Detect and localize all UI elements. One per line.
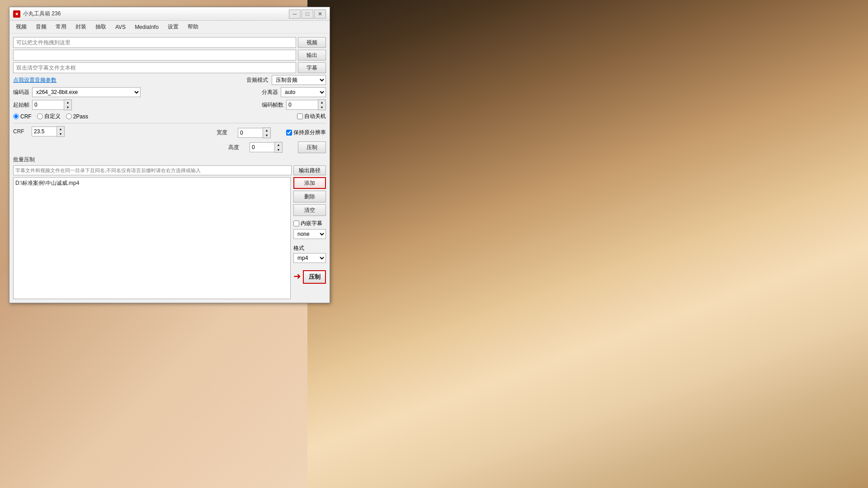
subtitle-input-row: 字幕 (13, 62, 326, 73)
format-section: 格式 mp4 (293, 243, 326, 263)
menu-video[interactable]: 视频 (11, 22, 31, 32)
embed-subtitle-checkbox[interactable]: 内嵌字幕 (293, 220, 326, 227)
output-input-row: 输出 (13, 50, 326, 61)
crf-up[interactable]: ▲ (57, 127, 64, 131)
frame-row: 起始帧 ▲ ▼ 编码帧数 ▲ ▼ (13, 99, 326, 110)
app-window: ★ 小丸工具箱 236 ─ □ ✕ 视频 音频 常用 封装 抽取 AVS Med… (9, 7, 330, 303)
radio-group: CRF 自定义 2Pass (13, 113, 88, 120)
minimize-button[interactable]: ─ (289, 9, 301, 19)
batch-info-row: 输出路径 (13, 165, 326, 175)
batch-bottom: D:\标准案例\中山诚威.mp4 添加 删除 清空 内嵌字幕 none (13, 177, 326, 299)
video-button[interactable]: 视频 (298, 37, 326, 48)
width-up[interactable]: ▲ (263, 128, 270, 133)
clear-button[interactable]: 清空 (293, 204, 326, 216)
height-row: 高度 ▲ ▼ 压制 (13, 141, 326, 153)
radio-custom[interactable]: 自定义 (37, 113, 61, 120)
width-label: 宽度 (217, 129, 232, 136)
video-input-row: 视频 (13, 37, 326, 48)
start-frame-spin: ▲ ▼ (32, 99, 72, 110)
close-button[interactable]: ✕ (314, 9, 326, 19)
encode-frames-spinners: ▲ ▼ (318, 99, 326, 110)
auto-shutdown-checkbox[interactable]: 自动关机 (297, 113, 326, 120)
width-input[interactable] (238, 128, 263, 138)
menu-extract[interactable]: 抽取 (91, 22, 111, 32)
format-row: 格式 (293, 244, 326, 252)
crf-spinners: ▲ ▼ (57, 126, 65, 137)
menu-audio[interactable]: 音频 (31, 22, 51, 32)
height-label: 高度 (228, 144, 244, 151)
file-list[interactable]: D:\标准案例\中山诚威.mp4 (13, 177, 291, 299)
batch-subtitle-info[interactable] (13, 165, 292, 175)
menu-settings[interactable]: 设置 (163, 22, 183, 32)
encode-frames-label: 编码帧数 (262, 101, 283, 109)
menu-mux[interactable]: 封装 (71, 22, 91, 32)
height-spinners: ▲ ▼ (274, 142, 283, 153)
menu-common[interactable]: 常用 (51, 22, 71, 32)
separator-dropdown[interactable]: auto (281, 87, 326, 97)
subtitle-input[interactable] (13, 62, 296, 73)
encode-frames-spin: ▲ ▼ (286, 99, 326, 110)
single-compress-button[interactable]: 压制 (298, 141, 326, 153)
height-input[interactable] (250, 142, 274, 152)
crf-row: CRF ▲ ▼ (13, 126, 65, 137)
encode-frames-down[interactable]: ▼ (318, 105, 326, 110)
encoder-label: 编码器 (13, 89, 29, 96)
menu-help[interactable]: 帮助 (183, 22, 203, 32)
encode-frames-input[interactable] (286, 100, 318, 110)
window-controls: ─ □ ✕ (289, 9, 326, 19)
menu-bar: 视频 音频 常用 封装 抽取 AVS MediaInfo 设置 帮助 (9, 21, 330, 33)
encoder-row: 编码器 x264_32-8bit.exe 分离器 auto (13, 87, 326, 97)
radio-twopass[interactable]: 2Pass (66, 113, 88, 120)
title-bar: ★ 小丸工具箱 236 ─ □ ✕ (9, 7, 330, 21)
audio-settings-row: 点我设置音频参数 音频模式 压制音频 (13, 75, 326, 85)
menu-avs[interactable]: AVS (111, 23, 130, 32)
height-down[interactable]: ▼ (275, 147, 282, 152)
batch-buttons: 添加 删除 清空 内嵌字幕 none (293, 177, 326, 299)
output-input[interactable] (13, 50, 296, 61)
audio-mode-dropdown[interactable]: 压制音频 (272, 75, 326, 85)
menu-mediainfo[interactable]: MediaInfo (130, 23, 163, 32)
width-spin: ▲ ▼ (238, 127, 271, 138)
preserve-ratio-row: 保持原分辨率 (286, 129, 326, 136)
radio-crf[interactable]: CRF (13, 113, 32, 120)
output-button[interactable]: 输出 (298, 50, 326, 61)
subtitle-button[interactable]: 字幕 (298, 62, 326, 73)
height-spin: ▲ ▼ (250, 142, 283, 153)
photo-bg (307, 0, 868, 488)
format-label: 格式 (293, 244, 304, 252)
arrow-icon: ➜ (293, 271, 301, 282)
subtitle-lang-dropdown[interactable]: none (293, 229, 326, 239)
maximize-button[interactable]: □ (302, 9, 313, 19)
radio-row: CRF 自定义 2Pass 自动关机 (13, 113, 326, 120)
width-down[interactable]: ▼ (263, 133, 270, 138)
width-spinners: ▲ ▼ (263, 127, 271, 138)
crf-label: CRF (13, 128, 29, 135)
delete-button[interactable]: 删除 (293, 191, 326, 202)
batch-section: 批量压制 输出路径 D:\标准案例\中山诚威.mp4 添加 删除 清空 (13, 156, 326, 299)
audio-settings-link[interactable]: 点我设置音频参数 (13, 76, 57, 84)
embed-subtitle-section: 内嵌字幕 none (293, 220, 326, 239)
start-frame-label: 起始帧 (13, 101, 29, 109)
start-frame-down[interactable]: ▼ (64, 105, 71, 110)
compress-row: ➜ 压制 (293, 268, 326, 284)
file-list-item: D:\标准案例\中山诚威.mp4 (15, 179, 288, 187)
start-frame-up[interactable]: ▲ (64, 100, 71, 105)
separator-label: 分离器 (262, 89, 278, 96)
preserve-ratio-checkbox[interactable] (286, 130, 292, 136)
crf-spin: ▲ ▼ (32, 126, 65, 137)
height-up[interactable]: ▲ (275, 142, 282, 147)
format-dropdown[interactable]: mp4 (293, 253, 326, 263)
add-button[interactable]: 添加 (293, 177, 326, 189)
batch-title: 批量压制 (13, 156, 326, 164)
app-icon: ★ (13, 10, 20, 18)
crf-down[interactable]: ▼ (57, 131, 64, 136)
video-input[interactable] (13, 37, 296, 48)
audio-mode-label: 音频模式 (246, 76, 268, 84)
encoder-dropdown[interactable]: x264_32-8bit.exe (32, 87, 141, 97)
encode-frames-up[interactable]: ▲ (318, 100, 326, 105)
output-path-button[interactable]: 输出路径 (293, 165, 326, 175)
batch-compress-button[interactable]: 压制 (303, 270, 326, 284)
crf-input[interactable] (32, 127, 57, 136)
main-content: 视频 输出 字幕 点我设置音频参数 音频模式 压制音频 编码器 x264_32-… (9, 33, 330, 303)
start-frame-input[interactable] (32, 100, 64, 110)
